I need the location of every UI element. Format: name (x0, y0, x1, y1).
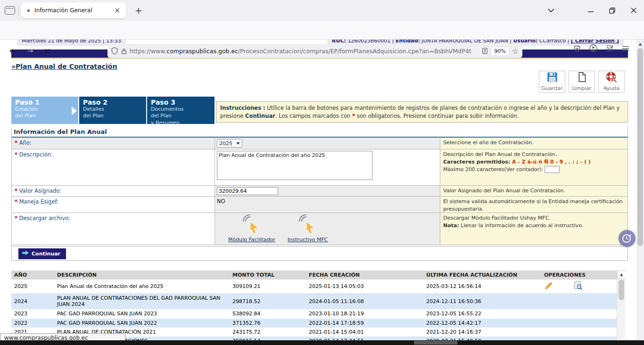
menu-hamburger-icon[interactable] (622, 44, 629, 52)
shield-icon[interactable] (111, 47, 118, 55)
valor-input[interactable] (217, 187, 278, 195)
continuar-button[interactable]: Continuar (18, 248, 66, 259)
stop-button[interactable]: × (41, 45, 54, 57)
table-scroll-thumb[interactable] (619, 279, 624, 300)
session-timer-widget[interactable] (619, 230, 636, 247)
col-header-operaciones: OPERACIONES (541, 271, 617, 279)
step-1-title: Paso 1 (15, 99, 78, 106)
page-title: »Plan Anual de Contratación (11, 63, 117, 70)
cell-updated: 2024-12-11 16:50:36 (423, 297, 541, 306)
tab-close-icon[interactable]: × (113, 6, 122, 15)
table-header-row: AÑO DESCRIPCIÓN MONTO TOTAL FECHA CREACI… (11, 271, 617, 279)
continue-row: Continuar (11, 246, 628, 261)
instructions-box: Instrucciones : Utilice la barra de boto… (216, 101, 628, 123)
step-3-documentos[interactable]: Paso 3 Documentos del Plan y Resumen (147, 97, 215, 124)
step-arrow-icon (72, 107, 77, 115)
char-counter-input[interactable] (545, 166, 560, 173)
firefox-view-icon[interactable] (5, 6, 15, 15)
browser-tab[interactable]: Información General × (21, 2, 126, 18)
cell-amount: 243175.72 (230, 328, 306, 337)
edit-pencil-icon[interactable] (544, 281, 553, 292)
action-toolbar: Guardar Limpiar Ayuda (539, 71, 625, 93)
anio-select[interactable]: 2025 (217, 139, 242, 148)
form-row-esigef: * Maneja Esigef: NO El sistema valida au… (12, 197, 627, 213)
pocket-icon[interactable] (573, 44, 581, 52)
ushay-download-icon[interactable] (242, 214, 262, 237)
cell-description: PAC GAD PARROQUIAL SAN JUAN 2022 (54, 319, 230, 328)
step-2-detalles[interactable]: Paso 2 Detalles del Plan (79, 97, 146, 124)
url-bar[interactable]: https://www.compraspublicas.gob.ec/Proce… (107, 44, 522, 58)
window-minimize-button[interactable] (584, 4, 598, 17)
table-row[interactable]: 2024 PLAN ANUAL DE CONTRATACIONES DEL GA… (11, 293, 617, 309)
form-row-valor: * Valor Asignado: Valor Asignado del Pla… (12, 186, 627, 197)
col-header-monto: MONTO TOTAL (230, 271, 306, 279)
continuar-label: Continuar (32, 251, 60, 257)
cell-description: PLAN ANUAL DE CONTRATACIONES DEL GAD PAR… (54, 294, 230, 309)
scroll-thumb[interactable] (637, 48, 643, 246)
cell-description: PAC GAD PARROQUIAL SAN JUAN 2023 (54, 309, 230, 319)
horizontal-scrollbar[interactable] (0, 340, 644, 345)
table-scrollbar[interactable]: ▲ (617, 271, 625, 340)
ayuda-button[interactable]: Ayuda (598, 71, 625, 93)
col-header-fecha-creacion: FECHA CREACIÓN (306, 271, 423, 279)
step-3-subtitle: Documentos del Plan y Resumen (151, 106, 215, 126)
preview-document-icon[interactable] (573, 281, 583, 292)
tab-separator (18, 6, 18, 15)
descripcion-help: Descripción del Plan Anual de Contrataci… (440, 149, 627, 185)
anio-help: Seleccione el año de Contratación. (440, 138, 627, 149)
esigef-help: El sistema valida automáticamente si la … (440, 197, 627, 213)
table-row[interactable]: 2025 Plan Anual de Contratación del año … (11, 279, 617, 293)
cell-year: 2023 (11, 309, 54, 319)
table-row[interactable]: 2022 PAC GAD PARROQUIAL SAN JUAN 2022 37… (11, 319, 617, 328)
descargar-label: Descargar archivo: (19, 215, 71, 222)
back-button[interactable]: ← (6, 45, 19, 57)
instructivo-mfc-link[interactable]: Instructivo MFC (288, 237, 328, 243)
cell-year: 2025 (11, 282, 54, 291)
instructivo-download-icon[interactable] (298, 214, 318, 237)
lifebuoy-help-icon (605, 71, 618, 85)
tab-list-chevron-icon[interactable] (544, 4, 558, 17)
window-restore-button[interactable] (605, 4, 619, 17)
anio-label: Año: (19, 140, 32, 146)
descripcion-textarea[interactable]: Plan Anual de Contratación del año 2025 (217, 151, 372, 180)
cell-created: 2021-01-14 15:04:01 (306, 328, 423, 337)
form-row-anio: * Año: 2025 Seleccione el año de Contrat… (12, 138, 627, 149)
descargar-help: Descargar Módulo Facilitador Ushay MFC. … (440, 213, 627, 245)
horizontal-scroll-thumb[interactable] (414, 341, 457, 345)
window-scrollbar[interactable]: ▲ (636, 40, 644, 345)
continue-arrow-icon (22, 250, 29, 257)
zoom-level-button[interactable]: 90% (491, 47, 509, 56)
reader-view-icon[interactable] (482, 48, 488, 54)
guardar-button[interactable]: Guardar (539, 71, 565, 93)
cell-year: 2022 (11, 319, 54, 328)
blank-page-icon (577, 71, 587, 85)
cell-created: 2022-01-14 17:18:59 (306, 319, 423, 328)
window-close-button[interactable] (627, 4, 641, 17)
lock-icon[interactable] (121, 48, 127, 55)
step-1-creacion[interactable]: Paso 1 Creación del Plan (11, 97, 78, 124)
cell-updated: 2023-12-05 16:55:22 (423, 309, 541, 319)
cell-created: 2025-01-13 14:05:03 (306, 282, 423, 291)
cell-updated: 2022-12-05 14:42:17 (423, 319, 541, 328)
url-text[interactable]: https://www.compraspublicas.gob.ec/Proce… (130, 48, 482, 55)
account-icon[interactable] (589, 44, 597, 52)
bookmark-star-icon[interactable]: ☆ (512, 47, 519, 56)
cell-created: 2020-01-14 17:34:51 (306, 337, 423, 340)
cell-amount: 309109.21 (230, 282, 306, 291)
extensions-puzzle-icon[interactable] (606, 44, 613, 52)
new-tab-button[interactable]: + (132, 4, 145, 17)
table-row[interactable]: 2023 PAC GAD PARROQUIAL SAN JUAN 2023 53… (11, 309, 617, 319)
modulo-facilitador-link[interactable]: Módulo Facilitador (228, 237, 275, 243)
cell-updated: 2025-03-12 16:56:14 (423, 282, 541, 291)
browser-toolbar: ← → × https://www.compraspublicas.gob.ec… (0, 21, 644, 40)
clock-icon (621, 233, 633, 244)
forward-button[interactable]: → (24, 45, 37, 57)
scroll-up-icon[interactable]: ▲ (636, 40, 644, 46)
save-floppy-icon (546, 71, 558, 85)
valor-help: Valor Asignado del Plan Anual de Contrat… (440, 186, 627, 196)
cell-amount: 538092.84 (230, 309, 306, 319)
table-scroll-up-icon[interactable]: ▲ (617, 271, 625, 279)
limpiar-button[interactable]: Limpiar (569, 71, 595, 93)
cell-amount: 298718.52 (230, 297, 306, 306)
descripcion-label: Descripción: (19, 151, 53, 158)
